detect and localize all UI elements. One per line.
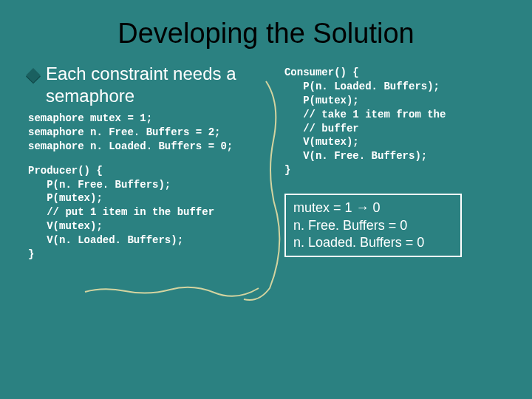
slide-title: Developing the Solution [27,18,505,50]
code-line: // put 1 item in the buffer [28,206,214,218]
code-line: } [28,248,34,260]
code-line: V(mutex); [284,136,359,148]
annotation-line-1 [81,281,273,310]
code-line: V(n. Free. Buffers); [284,150,427,162]
consumer-code: Consumer() { P(n. Loaded. Buffers); P(mu… [284,66,505,177]
bullet-item: Each constraint needs a semaphore [27,63,276,107]
code-line: semaphore n. Free. Buffers = 2; [28,126,220,138]
left-column: Each constraint needs a semaphore semaph… [27,63,276,262]
producer-code: Producer() { P(n. Free. Buffers); P(mute… [28,164,276,262]
code-line: P(n. Free. Buffers); [28,179,171,191]
code-line: // buffer [284,123,359,134]
code-line: V(mutex); [28,220,103,232]
code-line: semaphore mutex = 1; [28,112,152,124]
code-line: P(n. Loaded. Buffers); [284,81,440,92]
bullet-text: Each constraint needs a semaphore [46,63,276,107]
content-columns: Each constraint needs a semaphore semaph… [27,63,505,262]
code-line: V(n. Loaded. Buffers); [28,234,183,246]
code-line: Producer() { [28,165,103,177]
diamond-bullet-icon [26,68,41,83]
code-line: P(mutex); [284,95,359,106]
state-line: n. Free. Buffers = 0 [293,217,453,234]
slide: Developing the Solution Each constraint … [0,0,532,399]
arrow-icon: → [356,200,369,215]
state-line: n. Loaded. Buffers = 0 [293,234,453,251]
code-line: P(mutex); [28,192,103,204]
code-line: // take 1 item from the [284,109,446,120]
code-line: } [284,164,290,176]
declarations-code: semaphore mutex = 1; semaphore n. Free. … [28,112,276,154]
state-line: mutex = 1 → 0 [293,200,453,216]
code-line: semaphore n. Loaded. Buffers = 0; [28,140,233,152]
right-column: Consumer() { P(n. Loaded. Buffers); P(mu… [284,63,505,262]
code-line: Consumer() { [284,66,359,78]
state-box: mutex = 1 → 0 n. Free. Buffers = 0 n. Lo… [284,194,462,257]
